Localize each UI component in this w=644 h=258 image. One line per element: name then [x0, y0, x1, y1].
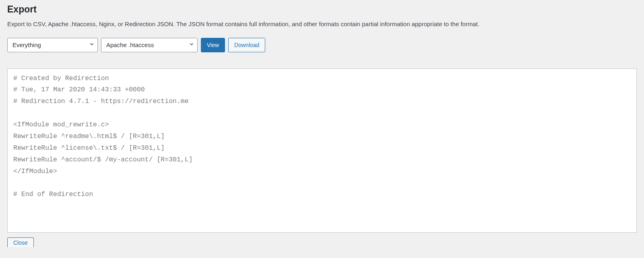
page-title: Export: [7, 4, 637, 15]
footer-row: Close: [7, 237, 637, 248]
scope-select-wrapper: Everything: [7, 38, 98, 52]
format-select[interactable]: Apache .htaccess: [101, 38, 198, 52]
export-description: Export to CSV, Apache .htaccess, Nginx, …: [7, 20, 637, 29]
download-button[interactable]: Download: [228, 38, 265, 52]
scope-select[interactable]: Everything: [7, 38, 98, 52]
export-output-textarea[interactable]: # Created by Redirection # Tue, 17 Mar 2…: [7, 68, 637, 233]
format-select-wrapper: Apache .htaccess: [101, 38, 198, 52]
close-button[interactable]: Close: [7, 237, 34, 247]
view-button[interactable]: View: [201, 38, 225, 52]
export-controls: Everything Apache .htaccess View Downloa…: [7, 38, 637, 52]
